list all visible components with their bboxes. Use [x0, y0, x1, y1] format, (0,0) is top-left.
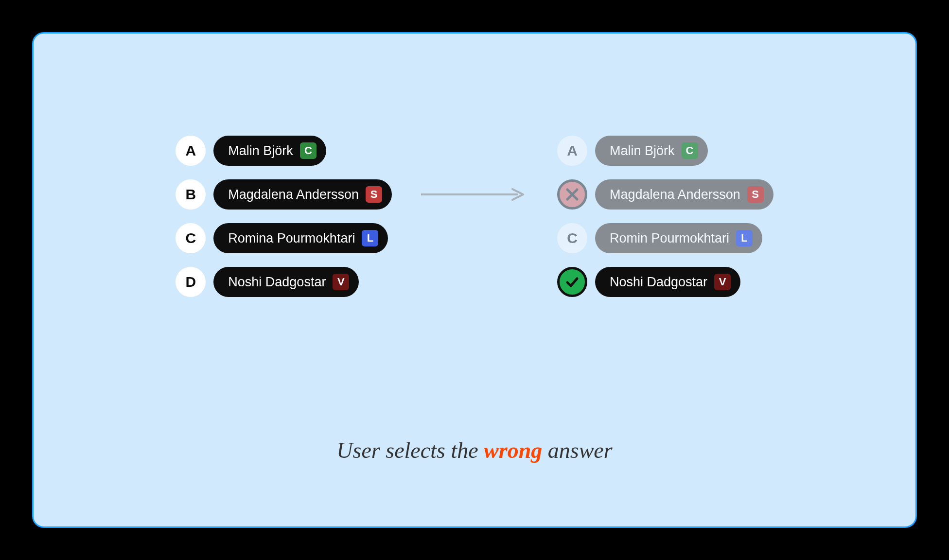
- option-name: Noshi Dadgostar: [610, 275, 707, 290]
- option-b-after-wrong: Magdalena Andersson S: [557, 179, 773, 210]
- option-name: Magdalena Andersson: [228, 187, 359, 202]
- option-name: Noshi Dadgostar: [228, 275, 326, 290]
- option-c-before[interactable]: C Romina Pourmokhtari L: [176, 223, 392, 253]
- option-pill: Noshi Dadgostar V: [213, 267, 359, 297]
- option-letter: C: [557, 223, 587, 253]
- option-b-before[interactable]: B Magdalena Andersson S: [176, 179, 392, 210]
- option-pill: Romina Pourmokhtari L: [213, 223, 388, 253]
- before-column: A Malin Björk C B Magdalena Andersson S …: [176, 136, 392, 297]
- caption-after: answer: [542, 438, 612, 463]
- party-badge: L: [736, 230, 753, 246]
- party-badge: V: [714, 274, 731, 290]
- option-name: Malin Björk: [610, 143, 675, 158]
- option-name: Romina Pourmokhtari: [228, 231, 355, 246]
- option-c-after: C Romin Pourmokhtari L: [557, 223, 773, 253]
- option-letter: A: [557, 136, 587, 166]
- option-pill: Romin Pourmokhtari L: [595, 223, 762, 253]
- option-name: Magdalena Andersson: [610, 187, 740, 202]
- party-badge: S: [366, 186, 382, 203]
- party-badge: V: [333, 274, 349, 290]
- option-a-after: A Malin Björk C: [557, 136, 773, 166]
- option-d-after-correct: Noshi Dadgostar V: [557, 267, 773, 297]
- option-name: Malin Björk: [228, 143, 293, 158]
- option-letter: C: [176, 223, 206, 253]
- option-d-before[interactable]: D Noshi Dadgostar V: [176, 267, 392, 297]
- diagram-panel: A Malin Björk C B Magdalena Andersson S …: [32, 32, 917, 528]
- option-a-before[interactable]: A Malin Björk C: [176, 136, 392, 166]
- option-letter: A: [176, 136, 206, 166]
- caption-before: User selects the: [336, 438, 484, 463]
- party-badge: L: [362, 230, 378, 246]
- party-badge: C: [300, 142, 316, 159]
- after-column: A Malin Björk C Magdalena Andersson S: [557, 136, 773, 297]
- option-pill: Magdalena Andersson S: [213, 179, 392, 210]
- caption: User selects the wrong answer: [34, 438, 915, 463]
- option-name: Romin Pourmokhtari: [610, 231, 729, 246]
- party-badge: C: [682, 142, 698, 159]
- option-pill: Malin Björk C: [595, 136, 708, 166]
- option-pill: Magdalena Andersson S: [595, 179, 773, 210]
- option-pill: Noshi Dadgostar V: [595, 267, 740, 297]
- arrow-icon: [421, 179, 528, 210]
- caption-emphasis: wrong: [484, 438, 542, 463]
- party-badge: S: [747, 186, 764, 203]
- columns: A Malin Björk C B Magdalena Andersson S …: [63, 136, 886, 297]
- option-letter: D: [176, 267, 206, 297]
- option-letter: B: [176, 179, 206, 210]
- correct-icon: [557, 267, 587, 297]
- option-pill: Malin Björk C: [213, 136, 326, 166]
- wrong-icon: [557, 179, 587, 210]
